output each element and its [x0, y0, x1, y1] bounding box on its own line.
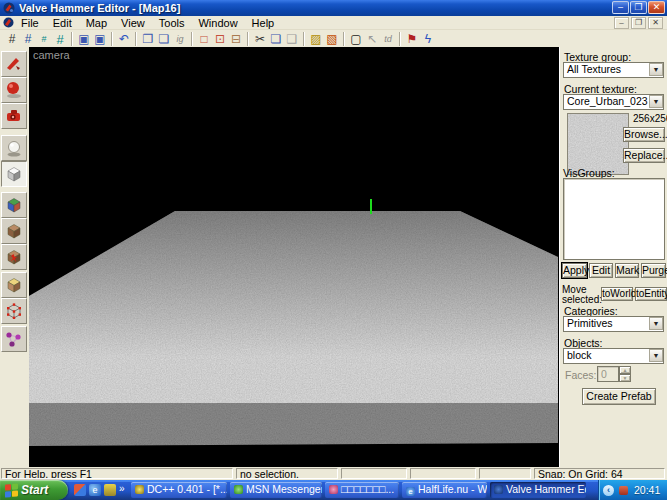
undo-icon[interactable]: ↶ [116, 32, 132, 47]
toolbar-separator [399, 32, 401, 46]
save-window-state-icon[interactable]: ▣ [92, 32, 108, 47]
visgroups-list[interactable] [563, 178, 665, 260]
ignore-groups-icon[interactable]: ig [172, 32, 188, 47]
entity-tool-icon[interactable] [1, 135, 27, 161]
quicklaunch-msn-icon[interactable] [74, 484, 86, 496]
purge-button[interactable]: Purge [641, 263, 666, 278]
vertex-tool-icon[interactable] [1, 298, 27, 324]
task-label: MSN Messenger [246, 483, 322, 495]
texture-group-select[interactable]: All Textures ▼ [563, 62, 664, 78]
window-titlebar: Valve Hammer Editor - [Map16] – ❐ ✕ [0, 0, 667, 16]
larger-grid-icon[interactable]: # [52, 32, 68, 47]
hollow-icon[interactable]: □ [196, 32, 212, 47]
to-entity-button[interactable]: toEntity [635, 287, 667, 301]
group-icon[interactable]: ❐ [140, 32, 156, 47]
scale-lock-icon[interactable]: ▧ [324, 32, 340, 47]
chevron-down-icon[interactable]: ▼ [649, 63, 663, 76]
faces-spinner[interactable]: ▲ ▼ [619, 366, 631, 382]
menu-file[interactable]: File [14, 16, 46, 30]
camera-3d-viewport[interactable]: camera [29, 47, 559, 468]
carve-icon[interactable]: ⊡ [212, 32, 228, 47]
chevron-down-icon[interactable]: ▼ [649, 349, 663, 362]
objects-select[interactable]: block ▼ [563, 348, 664, 364]
toggle-grid-icon[interactable]: # [4, 32, 20, 47]
clock[interactable]: 20:41 [634, 484, 660, 496]
taskbar-item-msn-messenger[interactable]: MSN Messenger [230, 482, 322, 498]
start-label: Start [21, 483, 48, 497]
faces-label: Faces: [565, 369, 597, 381]
run-map-icon[interactable]: ϟ [420, 32, 436, 47]
restore-button[interactable]: ❐ [630, 1, 647, 14]
texture-lock-icon[interactable]: ▨ [308, 32, 324, 47]
edit-button[interactable]: Edit [589, 263, 613, 278]
apply-button[interactable]: Apply [562, 263, 587, 278]
pointer-icon[interactable]: ↖ [364, 32, 380, 47]
tray-collapse-icon[interactable]: ‹ [603, 485, 614, 496]
mdi-restore-button[interactable]: ❐ [631, 17, 646, 29]
replace-button[interactable]: Replace... [623, 148, 665, 163]
block-tool-icon[interactable] [1, 161, 27, 187]
minimize-button[interactable]: – [612, 1, 629, 14]
status-help: For Help, press F1 [1, 468, 233, 479]
faces-input[interactable]: 0 [597, 366, 619, 382]
start-button[interactable]: Start [0, 480, 68, 500]
taskbar-item-valve-hammer[interactable]: Valve Hammer Edi... [490, 482, 586, 498]
texture-size-label: 256x256 [633, 113, 667, 124]
task-label: □□□□□□□... [341, 483, 394, 495]
move-selected-label: Move selected: [562, 285, 600, 305]
texture-application-icon[interactable]: td [380, 32, 396, 47]
menu-view[interactable]: View [114, 16, 152, 30]
status-bar: For Help, press F1 no selection. Snap: O… [0, 467, 667, 480]
tray-notification-icon[interactable] [619, 486, 628, 495]
camera-tool-icon[interactable] [1, 103, 27, 129]
create-prefab-button[interactable]: Create Prefab [582, 388, 656, 405]
select-box-icon[interactable]: ▢ [348, 32, 364, 47]
toolbar-separator [191, 32, 193, 46]
chevron-down-icon[interactable]: ▼ [649, 317, 663, 330]
check-for-problems-icon[interactable]: ⚑ [404, 32, 420, 47]
copy-icon[interactable]: ❏ [268, 32, 284, 47]
to-world-button[interactable]: toWorld [601, 287, 633, 301]
quicklaunch-app-icon[interactable] [104, 484, 116, 496]
viewport-type-label[interactable]: camera [33, 49, 70, 61]
mdi-document-icon[interactable] [3, 17, 14, 28]
mdi-minimize-button[interactable]: – [614, 17, 629, 29]
decal-tool-icon[interactable] [1, 244, 27, 270]
load-window-state-icon[interactable]: ▣ [76, 32, 92, 47]
cordon-icon[interactable]: ⊟ [228, 32, 244, 47]
quicklaunch-ie-icon[interactable]: e [89, 484, 101, 496]
menu-map[interactable]: Map [79, 16, 114, 30]
categories-select[interactable]: Primitives ▼ [563, 316, 664, 332]
current-texture-select[interactable]: Core_Urban_023 ▼ [563, 94, 664, 110]
msn-messenger-icon [234, 485, 243, 494]
toggle-texture-tool-icon[interactable] [1, 192, 27, 218]
clip-tool-icon[interactable] [1, 272, 27, 298]
path-tool-icon[interactable] [1, 326, 27, 352]
menu-edit[interactable]: Edit [46, 16, 79, 30]
window-title: Valve Hammer Editor - [Map16] [19, 2, 180, 14]
taskbar-item-unknown[interactable]: □□□□□□□... [325, 482, 399, 498]
cut-icon[interactable]: ✂ [252, 32, 268, 47]
menu-tools[interactable]: Tools [152, 16, 192, 30]
toggle-grid-3d-icon[interactable]: # [20, 32, 36, 47]
apply-texture-tool-icon[interactable] [1, 218, 27, 244]
mark-button[interactable]: Mark [615, 263, 639, 278]
texture-preview[interactable] [567, 113, 629, 175]
menu-window[interactable]: Window [191, 16, 244, 30]
smaller-grid-icon[interactable]: # [36, 32, 52, 47]
taskbar-item-halflife-nu[interactable]: eHalfLife.nu - Worl... [402, 482, 487, 498]
close-button[interactable]: ✕ [648, 1, 665, 14]
browse-button[interactable]: Browse... [623, 127, 665, 142]
mdi-close-button[interactable]: ✕ [648, 17, 663, 29]
toolbar-separator [71, 32, 73, 46]
ungroup-icon[interactable]: ❏ [156, 32, 172, 47]
magnify-tool-icon[interactable] [1, 77, 27, 103]
quicklaunch-overflow-icon[interactable]: » [119, 483, 125, 494]
menu-help[interactable]: Help [245, 16, 282, 30]
chevron-down-icon[interactable]: ▼ [649, 95, 663, 108]
toolbar-separator [247, 32, 249, 46]
texture-group-value: All Textures [567, 63, 621, 75]
paste-icon[interactable]: ❑ [284, 32, 300, 47]
taskbar-item-dcpp[interactable]: DC++ 0.401 - [*... [131, 482, 227, 498]
selection-tool-icon[interactable] [1, 51, 27, 77]
